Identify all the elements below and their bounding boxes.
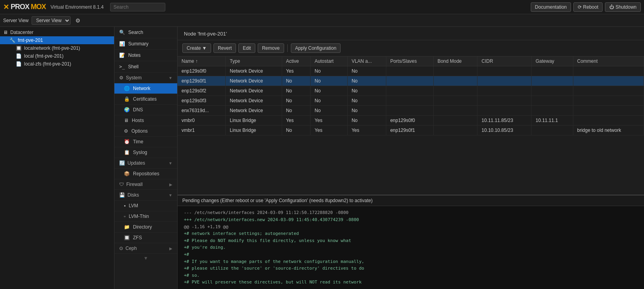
nav-system-group[interactable]: ⚙ System ▼ bbox=[114, 73, 177, 83]
table-row[interactable]: vmbr0Linux BridgeYesYesNoenp129s0f010.11… bbox=[178, 116, 644, 126]
options-nav-icon: ⚙ bbox=[124, 128, 128, 134]
nav-scroll-down[interactable]: ▼ bbox=[114, 254, 177, 263]
col-ports[interactable]: Ports/Slaves bbox=[386, 56, 433, 66]
tree-local-zfs-label: local-zfs (fmt-pve-201) bbox=[24, 61, 71, 67]
nav-network[interactable]: 🌐 Network bbox=[114, 83, 177, 94]
nav-lvm-thin[interactable]: ▫ LVM-Thin bbox=[114, 211, 177, 222]
table-cell: No bbox=[282, 106, 311, 116]
col-type[interactable]: Type bbox=[226, 56, 282, 66]
nav-ceph-group[interactable]: ⊙ Ceph ▶ bbox=[114, 243, 177, 254]
nav-shell[interactable]: >_ Shell bbox=[114, 61, 177, 73]
nav-search[interactable]: 🔍 Search bbox=[114, 27, 177, 38]
col-active[interactable]: Active bbox=[282, 56, 311, 66]
reboot-button[interactable]: ⟳ Reboot bbox=[573, 2, 603, 12]
app-version: Virtual Environment 8.1.4 bbox=[51, 4, 104, 10]
table-cell bbox=[573, 86, 644, 96]
nav-lvm[interactable]: ▪ LVM bbox=[114, 201, 177, 211]
table-row[interactable]: enx76319d...Network DeviceNoNoNo bbox=[178, 106, 644, 116]
secondbar: Server View Server View ⚙ bbox=[0, 14, 644, 27]
tree-node[interactable]: 🔧 fmt-pve-201 bbox=[0, 36, 114, 44]
table-cell: 10.11.11.1 bbox=[532, 116, 573, 126]
col-vlan[interactable]: VLAN a... bbox=[347, 56, 386, 66]
nav-disks-group[interactable]: 💾 Disks ▼ bbox=[114, 190, 177, 201]
nav-repositories[interactable]: 📦 Repositories bbox=[114, 169, 177, 179]
main-layout: 🖥 Datacenter 🔧 fmt-pve-201 🔲 localnetwor… bbox=[0, 27, 644, 289]
table-cell: Network Device bbox=[226, 66, 282, 76]
logo-prox: PROX bbox=[11, 3, 29, 11]
remove-button[interactable]: Remove bbox=[258, 43, 284, 53]
node-icon: 🔧 bbox=[9, 38, 15, 43]
table-cell: No bbox=[311, 66, 348, 76]
network-table-body: enp129s0f0Network DeviceYesNoNoenp129s0f… bbox=[178, 66, 644, 135]
nav-time-label: Time bbox=[133, 139, 143, 144]
shutdown-button[interactable]: ⏻ Shutdown bbox=[605, 2, 641, 12]
nav-options[interactable]: ⚙ Options bbox=[114, 126, 177, 137]
apply-config-button[interactable]: Apply Configuration bbox=[291, 43, 341, 53]
table-cell: vmbr0 bbox=[178, 116, 226, 126]
table-cell bbox=[386, 86, 433, 96]
table-cell: 10.11.11.85/23 bbox=[477, 116, 532, 126]
nav-hosts[interactable]: 🖥 Hosts bbox=[114, 115, 177, 126]
diff-line: +# bbox=[184, 251, 638, 258]
nav-dns-label: DNS bbox=[133, 107, 143, 113]
tree-datacenter[interactable]: 🖥 Datacenter bbox=[0, 28, 114, 36]
col-gateway[interactable]: Gateway bbox=[532, 56, 573, 66]
col-comment[interactable]: Comment bbox=[573, 56, 644, 66]
diff-panel: Pending changes (Either reboot or use 'A… bbox=[178, 195, 644, 289]
table-cell bbox=[433, 106, 477, 116]
disks-nav-icon: 💾 bbox=[119, 192, 125, 198]
nav-time[interactable]: ⏰ Time bbox=[114, 137, 177, 147]
table-cell: bridge to old network bbox=[573, 126, 644, 135]
nav-certificates[interactable]: 🔒 Certificates bbox=[114, 94, 177, 105]
table-cell: enp129s0f0 bbox=[178, 66, 226, 76]
table-cell: No bbox=[282, 86, 311, 96]
table-cell bbox=[532, 76, 573, 86]
table-cell bbox=[386, 106, 433, 116]
diff-line: +# you're doing. bbox=[184, 244, 638, 251]
create-button[interactable]: Create ▼ bbox=[182, 43, 211, 53]
col-autostart[interactable]: Autostart bbox=[311, 56, 348, 66]
nav-zfs-label: ZFS bbox=[133, 235, 142, 240]
updates-nav-icon: 🔄 bbox=[119, 160, 125, 166]
global-search-input[interactable] bbox=[110, 3, 165, 11]
nav-zfs[interactable]: 🔲 ZFS bbox=[114, 233, 177, 243]
server-view-gear[interactable]: ⚙ bbox=[74, 17, 82, 24]
col-name[interactable]: Name ↑ bbox=[178, 56, 226, 66]
tree-local-zfs[interactable]: 📄 local-zfs (fmt-pve-201) bbox=[0, 60, 114, 68]
col-bond[interactable]: Bond Mode bbox=[433, 56, 477, 66]
tree-localnetwork[interactable]: 🔲 localnetwork (fmt-pve-201) bbox=[0, 44, 114, 52]
table-cell: Yes bbox=[282, 66, 311, 76]
nav-summary[interactable]: 📊 Summary bbox=[114, 38, 177, 50]
table-row[interactable]: enp129s0f3Network DeviceNoNoNo bbox=[178, 96, 644, 106]
certificates-nav-icon: 🔒 bbox=[124, 96, 130, 102]
nav-lvm-thin-label: LVM-Thin bbox=[129, 214, 149, 219]
server-view-dropdown[interactable]: Server View bbox=[32, 16, 71, 25]
nav-notes[interactable]: 📝 Notes bbox=[114, 50, 177, 61]
table-row[interactable]: enp129s0f0Network DeviceYesNoNo bbox=[178, 66, 644, 76]
table-row[interactable]: enp129s0f1Network DeviceNoNoNo bbox=[178, 76, 644, 86]
table-cell: Network Device bbox=[226, 106, 282, 116]
edit-button[interactable]: Edit bbox=[238, 43, 255, 53]
tree-local[interactable]: 📄 local (fmt-pve-201) bbox=[0, 52, 114, 60]
table-cell: enp129s0f3 bbox=[178, 96, 226, 106]
col-cidr[interactable]: CIDR bbox=[477, 56, 532, 66]
table-cell bbox=[532, 126, 573, 135]
local-icon: 📄 bbox=[16, 53, 22, 59]
nav-dns[interactable]: 🌍 DNS bbox=[114, 105, 177, 115]
table-row[interactable]: vmbr1Linux BridgeNoYesYesenp129s0f110.10… bbox=[178, 126, 644, 135]
nav-firewall-group[interactable]: 🛡 Firewall ▶ bbox=[114, 179, 177, 190]
disks-arrow-icon: ▼ bbox=[168, 193, 172, 197]
documentation-button[interactable]: Documentation bbox=[531, 2, 571, 12]
table-cell bbox=[433, 96, 477, 106]
nav-network-label: Network bbox=[133, 86, 150, 91]
nav-updates-group[interactable]: 🔄 Updates ▼ bbox=[114, 158, 177, 169]
nav-syslog[interactable]: 📋 Syslog bbox=[114, 147, 177, 158]
diff-line: --- /etc/network/interfaces 2024-03-09 1… bbox=[184, 209, 638, 216]
logo-x: ✕ bbox=[3, 3, 9, 11]
search-nav-icon: 🔍 bbox=[119, 30, 125, 35]
nav-directory[interactable]: 📁 Directory bbox=[114, 222, 177, 233]
diff-line: +# network interface settings; autogener… bbox=[184, 230, 638, 237]
diff-line: +# please utilize the 'source' or 'sourc… bbox=[184, 265, 638, 272]
revert-button[interactable]: Revert bbox=[213, 43, 236, 53]
table-row[interactable]: enp129s0f2Network DeviceNoNoNo bbox=[178, 86, 644, 96]
